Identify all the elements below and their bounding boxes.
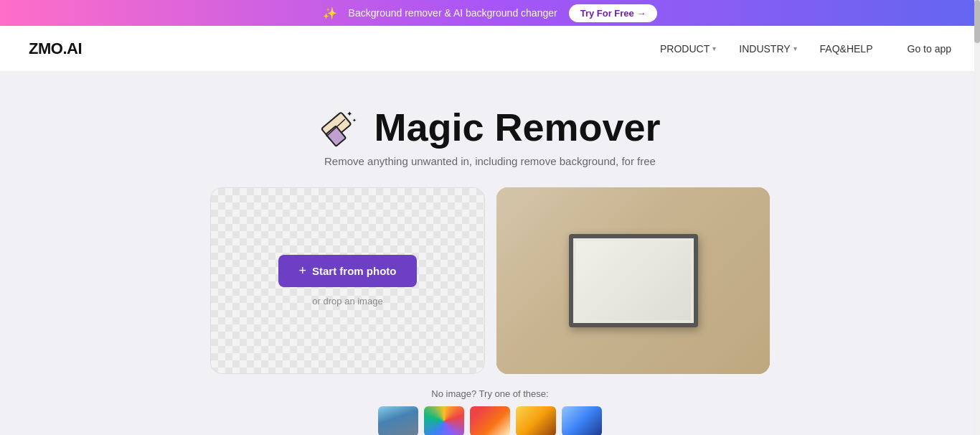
sign-inner <box>576 241 691 320</box>
no-image-section: No image? Try one of these: <box>378 388 602 435</box>
hero-subtitle: Remove anything unwanted in, including r… <box>324 155 656 167</box>
preview-box <box>496 187 770 374</box>
preview-image <box>496 187 770 374</box>
sign-frame <box>569 234 698 327</box>
nav-links: PRODUCT ▾ INDUSTRY ▾ FAQ&HELP <box>660 43 872 55</box>
start-from-photo-button[interactable]: + Start from photo <box>278 255 416 287</box>
logo: ZMO.AI <box>29 39 82 58</box>
sample-image-2[interactable] <box>424 406 464 435</box>
no-image-label: No image? Try one of these: <box>378 388 602 399</box>
nav-link-industry[interactable]: INDUSTRY ▾ <box>739 43 796 55</box>
nav-link-faq[interactable]: FAQ&HELP <box>820 43 873 55</box>
hero-section: ✦ ✦ Magic Remover <box>319 106 660 149</box>
main-content: ✦ ✦ Magic Remover Remove anything unwant… <box>0 72 980 435</box>
drop-text: or drop an image <box>312 296 382 307</box>
upload-box[interactable]: + Start from photo or drop an image <box>210 187 485 374</box>
svg-text:✦: ✦ <box>352 118 357 123</box>
scrollbar[interactable] <box>974 0 980 435</box>
hero-title: Magic Remover <box>374 106 660 149</box>
sample-images-row <box>378 406 602 435</box>
banner-text: Background remover & AI background chang… <box>349 7 557 19</box>
nav-item-industry[interactable]: INDUSTRY ▾ <box>739 43 796 55</box>
top-banner: ✨ Background remover & AI background cha… <box>0 0 980 26</box>
svg-text:✦: ✦ <box>347 110 352 118</box>
sample-image-4[interactable] <box>516 406 556 435</box>
eraser-icon: ✦ ✦ <box>319 106 362 149</box>
sample-image-3[interactable] <box>470 406 510 435</box>
try-for-free-button[interactable]: Try For Free → <box>569 4 658 22</box>
chevron-down-icon: ▾ <box>712 45 716 52</box>
navbar: ZMO.AI PRODUCT ▾ INDUSTRY ▾ FAQ&HELP Go … <box>0 26 980 72</box>
nav-item-product[interactable]: PRODUCT ▾ <box>660 43 716 55</box>
spark-icon: ✨ <box>323 6 337 20</box>
upload-section: + Start from photo or drop an image <box>210 187 770 374</box>
sample-image-5[interactable] <box>562 406 602 435</box>
nav-link-product[interactable]: PRODUCT ▾ <box>660 43 716 55</box>
plus-icon: + <box>298 263 306 279</box>
start-btn-label: Start from photo <box>312 265 397 277</box>
chevron-down-icon: ▾ <box>793 45 797 52</box>
nav-item-faq[interactable]: FAQ&HELP <box>820 43 873 55</box>
go-to-app-link[interactable]: Go to app <box>908 43 952 55</box>
upload-content: + Start from photo or drop an image <box>278 255 416 307</box>
sample-image-1[interactable] <box>378 406 418 435</box>
scrollbar-thumb[interactable] <box>974 0 980 43</box>
